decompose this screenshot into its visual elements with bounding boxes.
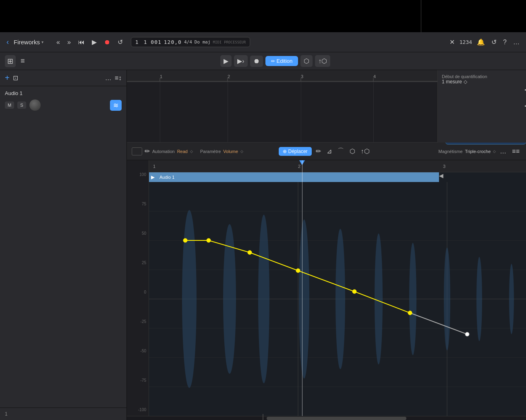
move-icon: ⊕ xyxy=(283,149,287,154)
automation-mode-chevron: ◇ xyxy=(190,149,193,153)
magnet-value[interactable]: Triple-croche xyxy=(465,149,491,154)
project-chevron-icon: ▾ xyxy=(41,40,43,44)
right-panel-arrow-2[interactable]: ◀▶ xyxy=(524,102,526,109)
param-value[interactable]: Volume xyxy=(223,149,238,154)
y-label-100: 100 xyxy=(139,172,146,177)
svg-point-28 xyxy=(375,234,383,364)
editor-toolbar-right: Magnétisme Triple-croche ◇ … ≡≡ xyxy=(439,146,521,157)
menu-button[interactable]: … xyxy=(512,37,521,48)
bottom-scrollbar[interactable] xyxy=(127,416,526,420)
region-bar[interactable]: ▶ Audio 1 xyxy=(149,172,439,182)
right-panel-arrow-1[interactable]: ◀▶ xyxy=(524,86,526,93)
svg-point-26 xyxy=(299,219,309,379)
waveform-svg xyxy=(149,182,526,416)
move-tool-button[interactable]: ⊕ Déplacer xyxy=(279,147,312,156)
share-tool-button[interactable]: ↑⬡ xyxy=(359,146,371,157)
ruler-mark-1: 1 xyxy=(153,164,155,169)
back-button[interactable]: ‹ xyxy=(5,36,10,48)
editor-more-button[interactable]: … xyxy=(498,146,508,157)
help-button[interactable]: ? xyxy=(501,37,508,48)
toolbar2-center: ▶ ▶› ⏺ ✏ Edition ⬡ ↑⬡ xyxy=(220,55,330,67)
more-options-button[interactable]: … xyxy=(105,74,112,82)
position-bar: 1 xyxy=(135,39,139,45)
y-label-neg50: -50 xyxy=(141,349,146,353)
solo-button[interactable]: S xyxy=(17,101,26,109)
top-black-bar xyxy=(0,0,526,32)
param-label: Paramètre xyxy=(200,149,221,154)
loop-button[interactable]: ↺ xyxy=(116,37,124,47)
bottom-editor: ✏ Automation Read ◇ Paramètre Volume ◇ ⊕… xyxy=(127,143,526,420)
y-label-neg75: -75 xyxy=(141,378,146,383)
curve-tool-button[interactable]: ⌒ xyxy=(336,145,346,157)
ruler-mark-3: 3 xyxy=(443,164,445,169)
pencil-icon: ✏ xyxy=(271,58,275,64)
measure-number: 1 xyxy=(0,408,126,420)
scrollbar-thumb[interactable] xyxy=(267,417,406,420)
skip-back-button[interactable]: ⏮ xyxy=(77,38,86,47)
brush-tool-button[interactable]: ⊿ xyxy=(325,146,333,157)
track-panel: + ⊡ … ≡↕ Audio 1 M S ≋ 1 xyxy=(0,70,127,420)
svg-point-30 xyxy=(444,248,450,351)
automation-label: Automation xyxy=(152,149,175,154)
play-button[interactable]: ▶ xyxy=(90,37,98,47)
svg-point-29 xyxy=(409,243,416,355)
region-left-arrow[interactable]: ▶ xyxy=(151,174,155,180)
share-button[interactable]: ↑⬡ xyxy=(315,55,330,67)
grid-line-1 xyxy=(160,82,160,142)
sort-button[interactable]: ≡↕ xyxy=(115,74,122,82)
notification-icon[interactable]: 🔔 xyxy=(475,37,487,48)
play-button-2[interactable]: ▶ xyxy=(220,55,232,67)
rect-view-button[interactable] xyxy=(132,147,142,155)
editor-lines-button[interactable]: ≡≡ xyxy=(510,146,521,157)
list-view-button[interactable]: ≡ xyxy=(18,55,27,67)
group-button[interactable]: ⊡ xyxy=(13,74,18,82)
svg-point-25 xyxy=(258,215,269,383)
mute-button[interactable]: M xyxy=(5,101,14,109)
project-name-label: Fireworks xyxy=(14,39,40,46)
edition-button[interactable]: ✏ Edition xyxy=(265,56,298,66)
undo-button[interactable]: ↺ xyxy=(490,37,498,48)
quantize-value-text: 1 mesure xyxy=(442,79,462,85)
x-button[interactable]: ✕ xyxy=(448,37,456,48)
y-label-25: 25 xyxy=(142,261,146,265)
magnet-chevron-icon: ◇ xyxy=(493,149,496,153)
y-label-50: 50 xyxy=(142,231,146,236)
pencil-tool-button[interactable]: ✏ xyxy=(145,147,150,155)
vertical-divider xyxy=(421,0,421,32)
track-panel-header: + ⊡ … ≡↕ xyxy=(0,70,126,86)
capture-tool-button[interactable]: ⬡ xyxy=(348,146,357,157)
add-track-button[interactable]: + xyxy=(5,73,10,83)
editor-toolbar-left: ✏ Automation Read ◇ Paramètre Volume ◇ xyxy=(132,147,243,155)
toolbar2-left: ⊞ ≡ xyxy=(5,55,27,67)
editor-canvas[interactable]: 1 2 3 4 ▶ Audio 1 ◀ xyxy=(149,160,526,416)
waveform-background xyxy=(149,182,526,416)
draw-tool-button[interactable]: ✏ xyxy=(314,146,323,157)
position-display[interactable]: 1 1 001 120,0 4/4 Do maj MIDI PROCESSEUR xyxy=(131,37,251,47)
region-end-marker[interactable]: ◀ xyxy=(439,172,443,179)
time-signature: 4/4 xyxy=(184,39,192,45)
automation-mode[interactable]: Read xyxy=(177,149,188,154)
grid-view-button[interactable]: ⊞ xyxy=(5,55,16,67)
capture-button[interactable]: ⬡ xyxy=(300,55,313,67)
svg-text:4: 4 xyxy=(373,74,376,79)
editor-content: 100 75 50 25 0 -25 -50 -75 -100 1 2 xyxy=(127,160,526,416)
record-button[interactable]: ⏺ xyxy=(102,38,112,47)
processor-label: PROCESSEUR xyxy=(224,40,246,44)
y-axis: 100 75 50 25 0 -25 -50 -75 -100 xyxy=(127,160,149,416)
grid-line-4 xyxy=(373,82,374,142)
waveform-view-button[interactable]: ≋ xyxy=(110,100,122,111)
fast-forward-button[interactable]: » xyxy=(66,38,72,47)
rewind-button[interactable]: « xyxy=(55,38,62,47)
project-name[interactable]: Fireworks ▾ xyxy=(14,39,43,46)
y-label-neg25: -25 xyxy=(141,319,146,324)
editor-playhead-line xyxy=(302,160,302,416)
record-button-2[interactable]: ⏺ xyxy=(250,56,263,67)
play-selection-button[interactable]: ▶› xyxy=(234,55,247,67)
volume-knob[interactable] xyxy=(29,99,41,111)
key-signature: Do maj xyxy=(195,39,211,45)
svg-text:2: 2 xyxy=(228,74,230,79)
svg-point-27 xyxy=(335,229,345,369)
quantize-value[interactable]: 1 mesure ◇ xyxy=(442,79,522,85)
svg-text:3: 3 xyxy=(301,74,303,79)
quantize-title: Début de quantification xyxy=(442,74,522,79)
